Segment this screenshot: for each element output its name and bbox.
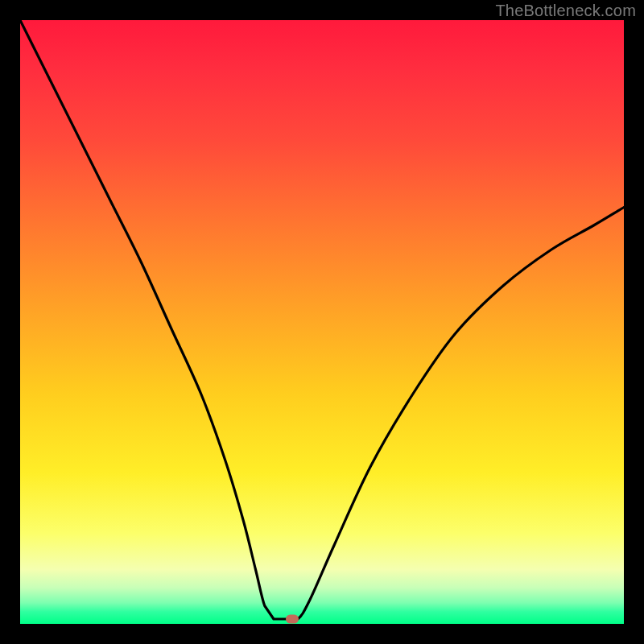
bottleneck-curve — [20, 20, 624, 624]
curve-path — [20, 20, 624, 619]
chart-frame: TheBottleneck.com — [0, 0, 644, 644]
plot-area — [20, 20, 624, 624]
watermark-text: TheBottleneck.com — [495, 2, 636, 20]
minimum-marker — [286, 615, 299, 624]
